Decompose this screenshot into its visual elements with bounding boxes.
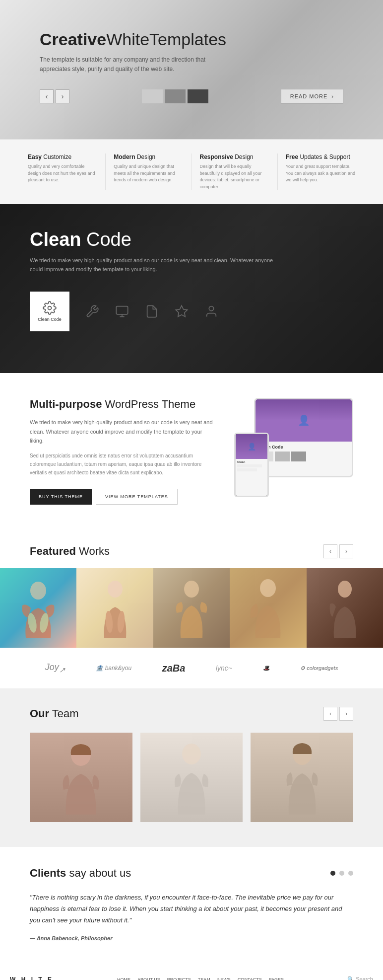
nav-pages[interactable]: PAGES <box>269 977 284 980</box>
dot-1[interactable] <box>330 871 335 876</box>
feature-item-2: Responsive Design Design that will be eq… <box>192 153 278 190</box>
team-card-2 <box>140 733 243 822</box>
partner-joy: Joy↗ <box>45 662 65 675</box>
feature-title-0: Easy Customize <box>28 153 97 160</box>
website-preview-section: W H I T E HOME ABOUT US PROJECTS TEAM NE… <box>0 961 383 980</box>
svg-point-12 <box>184 581 199 598</box>
svg-rect-1 <box>116 306 128 314</box>
hero-title: CreativeWhiteTemplates <box>40 30 343 49</box>
clean-code-icon-label: Clean Code <box>38 317 62 322</box>
feature-title-2: Responsive Design <box>200 153 269 160</box>
team-nav: ‹ › <box>323 707 353 721</box>
svg-point-9 <box>108 581 123 598</box>
testimonial-author: — Anna Babenock, Philosopher <box>30 935 353 941</box>
feature-item-1: Modern Design Quality and unique design … <box>106 153 192 190</box>
hero-section: CreativeWhiteTemplates The template is s… <box>0 0 383 139</box>
star-icon <box>175 304 189 318</box>
gear-icon <box>43 301 57 315</box>
team-header: Our Team ‹ › <box>30 707 353 721</box>
work-figure-4 <box>230 568 306 648</box>
feature-desc-3: Your and great support template. You can… <box>286 163 355 184</box>
partner-color: ⚙ colorgadgets <box>300 665 338 672</box>
team-next-arrow[interactable]: › <box>339 707 353 721</box>
svg-marker-4 <box>176 306 187 317</box>
nav-search[interactable]: 🔍 Search <box>347 976 373 980</box>
hero-prev-arrow[interactable]: ‹ <box>40 89 54 103</box>
testimonial-dots <box>330 871 353 876</box>
work-item-3[interactable] <box>153 568 230 648</box>
read-more-arrow-icon: › <box>331 93 334 99</box>
user-icon <box>204 304 218 318</box>
partner-hat: 🎩 <box>263 665 270 672</box>
svg-point-13 <box>260 579 276 597</box>
dot-3[interactable] <box>348 871 353 876</box>
mp-content: Multi-purpose WordPress Theme We tried t… <box>30 398 214 505</box>
work-item-5[interactable] <box>307 568 383 648</box>
feature-title-3: Free Updates & Support <box>286 153 355 160</box>
clean-code-desc: We tried to make very high-quality produ… <box>30 256 278 274</box>
mp-image: 👤 Clean Code 👤 Clean <box>234 398 353 497</box>
tools-icon <box>85 304 99 318</box>
featured-prev-arrow[interactable]: ‹ <box>323 544 337 558</box>
team-figure-2 <box>140 733 243 822</box>
work-figure-2 <box>76 568 153 648</box>
tablet-content: 👤 Clean Code <box>255 399 352 476</box>
featured-next-arrow[interactable]: › <box>339 544 353 558</box>
tablet-frame: 👤 Clean Code <box>254 398 353 477</box>
featured-works-nav: ‹ › <box>323 544 353 558</box>
hero-next-arrow[interactable]: › <box>56 89 69 103</box>
nav-contacts[interactable]: CONTACTS <box>238 977 262 980</box>
clean-code-icons: Clean Code <box>30 292 353 331</box>
team-figure-3 <box>251 733 353 822</box>
nav-about[interactable]: ABOUT US <box>137 977 160 980</box>
hero-thumb-3[interactable] <box>188 89 208 103</box>
work-item-1[interactable] <box>0 568 76 648</box>
work-item-2[interactable] <box>76 568 153 648</box>
svg-point-16 <box>182 744 201 764</box>
team-card-1 <box>30 733 132 822</box>
team-title: Our Team <box>30 707 79 720</box>
buy-theme-button[interactable]: BUY THIS THEME <box>30 489 92 505</box>
nav-links: HOME ABOUT US PROJECTS TEAM NEWS CONTACT… <box>117 977 284 980</box>
mp-desc1: We tried to make very high-quality produ… <box>30 418 214 446</box>
hero-thumbnails <box>142 89 208 103</box>
work-figure-3 <box>153 568 230 648</box>
mp-title: Multi-purpose WordPress Theme <box>30 398 214 411</box>
nav-news[interactable]: NEWS <box>217 977 231 980</box>
nav-home[interactable]: HOME <box>117 977 130 980</box>
read-more-button[interactable]: READ MORE › <box>281 89 343 104</box>
featured-works-section: Featured Works ‹ › <box>0 529 383 648</box>
multipurpose-section: Multi-purpose WordPress Theme We tried t… <box>0 373 383 529</box>
work-item-4[interactable] <box>230 568 306 648</box>
work-figure-1 <box>0 568 76 648</box>
feature-title-1: Modern Design <box>114 153 183 160</box>
works-grid <box>0 568 383 648</box>
team-prev-arrow[interactable]: ‹ <box>323 707 337 721</box>
dot-2[interactable] <box>339 871 344 876</box>
device-mockup: 👤 Clean Code 👤 Clean <box>234 398 353 497</box>
testimonials-section: Clients say about us "There is nothing s… <box>0 847 383 961</box>
clean-code-title: Clean Code <box>30 229 353 250</box>
feature-item-3: Free Updates & Support Your and great su… <box>278 153 363 190</box>
team-card-3 <box>251 733 353 822</box>
website-preview-navbar: W H I T E HOME ABOUT US PROJECTS TEAM NE… <box>0 971 383 980</box>
team-section: Our Team ‹ › <box>0 689 383 847</box>
hero-arrows: ‹ › <box>40 89 69 103</box>
hero-thumb-2[interactable] <box>165 89 186 103</box>
testimonials-header: Clients say about us <box>30 867 353 880</box>
monitor-icon <box>115 304 129 318</box>
mp-buttons: BUY THIS THEME VIEW MORE TEMPLATES <box>30 489 214 505</box>
hero-thumb-1[interactable] <box>142 89 163 103</box>
testimonials-title: Clients say about us <box>30 867 131 880</box>
site-logo: W H I T E <box>10 976 54 980</box>
mp-desc2: Sed ut perspiciatis unde omnis iste natu… <box>30 452 214 477</box>
clean-code-section: Clean Code We tried to make very high-qu… <box>0 204 383 373</box>
nav-team[interactable]: TEAM <box>198 977 210 980</box>
svg-point-5 <box>209 306 213 311</box>
nav-projects[interactable]: PROJECTS <box>167 977 191 980</box>
view-more-button[interactable]: VIEW MORE TEMPLATES <box>96 489 178 505</box>
phone-frame: 👤 Clean <box>234 433 269 497</box>
file-icon <box>145 304 159 318</box>
phone-content: 👤 Clean <box>236 434 267 496</box>
feature-item-0: Easy Customize Quality and very comforta… <box>20 153 106 190</box>
